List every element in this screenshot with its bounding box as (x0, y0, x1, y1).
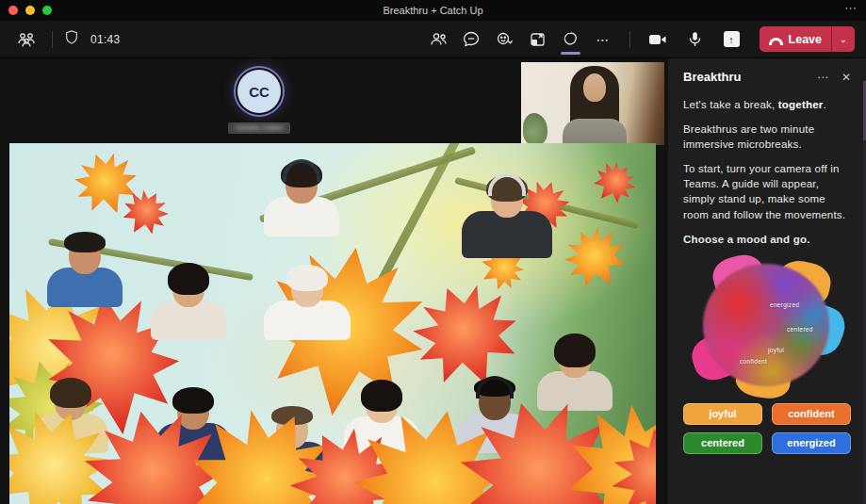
teams-meeting-window: Breakthru + Catch Up ⋯ 01:43 (0, 0, 866, 504)
hangup-icon (769, 38, 783, 45)
participant-cutout (151, 270, 226, 340)
mood-label-joyful: joyful (768, 347, 784, 353)
camera-icon[interactable] (644, 24, 673, 56)
titlebar-more-icon[interactable]: ⋯ (844, 1, 857, 15)
selfview-plant (523, 113, 547, 145)
breakthru-panel: Breakthru ⋯ ✕ Let's take a break, togeth… (668, 58, 866, 504)
active-app-indicator (561, 52, 580, 55)
mood-heading: Choose a mood and go. (683, 232, 851, 247)
meeting-content: CC Caroline Colbert (0, 58, 866, 504)
avatar: CC (237, 70, 281, 113)
participant-cutout (264, 167, 339, 236)
share-screen-icon[interactable]: ↑ (717, 24, 746, 56)
avatar-ring: CC (234, 66, 285, 117)
breakthru-app-icon[interactable] (556, 24, 585, 56)
chat-icon[interactable] (457, 24, 486, 56)
mood-label-centered: centered (787, 326, 813, 333)
panel-intro-text: Let's take a break, together. (683, 97, 851, 112)
panel-header: Breakthru ⋯ ✕ (683, 70, 851, 84)
window-title: Breakthru + Catch Up (383, 5, 482, 16)
toolbar-divider-2 (629, 31, 630, 48)
panel-instructions-text: To start, turn your camera off in Teams.… (683, 161, 851, 221)
selfview-person-face (583, 73, 606, 102)
toolbar-left-group: 01:43 (0, 24, 121, 56)
mood-color-blob[interactable]: energized centered joyful confident (687, 256, 847, 396)
panel-title: Breakthru (683, 70, 741, 84)
leave-button[interactable]: Leave ⌄ (760, 26, 855, 52)
shared-content-image (9, 143, 656, 504)
meeting-toolbar: 01:43 (0, 21, 866, 58)
panel-close-icon[interactable]: ✕ (841, 71, 851, 84)
maple-leaf (585, 154, 644, 212)
show-participants-button[interactable] (424, 24, 453, 56)
reactions-icon[interactable] (490, 24, 519, 56)
participant-cutout (264, 270, 351, 340)
mood-label-confident: confident (740, 358, 767, 365)
leave-options-chevron[interactable]: ⌄ (832, 26, 855, 52)
mood-button-centered[interactable]: centered (683, 432, 762, 454)
participant-cutout (47, 237, 123, 307)
minimize-window-button[interactable] (25, 6, 35, 15)
meeting-timer: 01:43 (90, 33, 121, 46)
toolbar-divider (52, 31, 53, 48)
panel-more-icon[interactable]: ⋯ (817, 71, 828, 84)
meeting-stage: CC Caroline Colbert (0, 58, 668, 504)
mood-button-grid: joyful confident centered energized (683, 403, 851, 454)
mood-label-energized: energized (770, 301, 799, 308)
more-options-icon[interactable]: ⋯ (589, 24, 618, 56)
participants-icon[interactable] (11, 24, 41, 56)
participant-name-blurred: Caroline Colbert (228, 122, 290, 134)
participant-tile[interactable]: CC Caroline Colbert (224, 66, 294, 134)
microphone-icon[interactable] (680, 24, 710, 56)
mood-gradient-circle (703, 264, 829, 386)
maple-leaf (554, 217, 636, 299)
window-controls (8, 6, 52, 15)
participant-cutout (537, 341, 613, 411)
self-view-video[interactable] (521, 62, 664, 145)
breakout-rooms-icon[interactable] (523, 24, 552, 56)
panel-description-text: Breakthrus are two minute immersive micr… (683, 122, 851, 152)
participant-cutout (462, 181, 552, 258)
maximize-window-button[interactable] (42, 6, 52, 15)
close-window-button[interactable] (8, 6, 18, 15)
toolbar-device-group: ↑ (644, 24, 746, 56)
toolbar-center-group: ⋯ (424, 24, 618, 56)
shield-icon (64, 29, 79, 49)
mood-button-joyful[interactable]: joyful (683, 403, 762, 425)
mood-button-confident[interactable]: confident (772, 403, 851, 425)
selfview-person-body (563, 119, 627, 145)
mood-button-energized[interactable]: energized (772, 432, 851, 454)
titlebar: Breakthru + Catch Up ⋯ (0, 0, 866, 21)
